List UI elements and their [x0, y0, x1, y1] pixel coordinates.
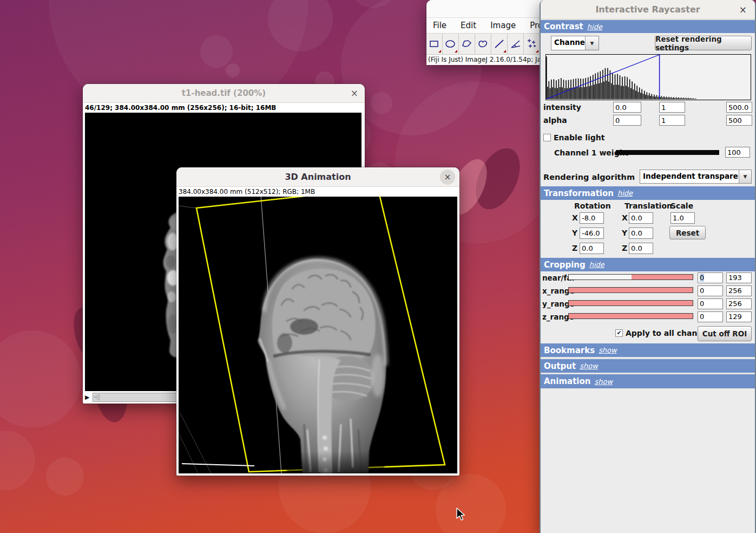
contrast-section-header: Contrast hide	[541, 20, 755, 33]
3d-animation-status: 384.00x384.00 mm (512x512); RGB; 1MB	[176, 187, 459, 197]
field-value: 193	[728, 274, 742, 282]
transformation-section-header: Transformation hide	[541, 186, 755, 200]
tool-dropdown-marker	[455, 50, 457, 53]
scrollbar-thumb-icon[interactable]: ◀	[94, 392, 100, 401]
tool-dropdown-marker	[503, 50, 506, 53]
x-range-slider[interactable]	[568, 287, 693, 293]
translation-y-label: Y	[622, 229, 627, 237]
t1-head-titlebar[interactable]: t1-head.tif (200%) ×	[83, 84, 365, 103]
output-show-link[interactable]: show	[580, 362, 598, 370]
contrast-hide-link[interactable]: hide	[587, 23, 602, 31]
volume-render-image	[179, 197, 457, 473]
animation-show-link[interactable]: show	[594, 378, 613, 386]
menu-edit[interactable]: Edit	[461, 21, 476, 30]
transformation-hide-link[interactable]: hide	[617, 189, 633, 197]
cropping-hide-link[interactable]: hide	[589, 261, 604, 269]
menu-image[interactable]: Image	[490, 21, 516, 30]
channel-select-value: Channel 1	[551, 36, 585, 50]
transfer-function-histogram[interactable]	[545, 54, 751, 100]
channel-weight-slider[interactable]	[616, 150, 719, 155]
field-value: 0	[700, 300, 704, 308]
slider-fill	[569, 314, 693, 318]
close-icon[interactable]: ×	[440, 170, 455, 185]
rotation-x-label: X	[572, 213, 578, 222]
cropping-section-header: Cropping hide	[541, 258, 755, 271]
y-range-min-field[interactable]: 0	[698, 298, 723, 309]
field-value: 0	[700, 274, 704, 282]
arrow-cursor	[456, 508, 468, 523]
rendering-algorithm-label: Rendering algorithm	[543, 173, 635, 181]
slider-fill	[632, 275, 693, 280]
bookmarks-show-link[interactable]: show	[599, 346, 617, 354]
alpha-gamma-field[interactable]	[659, 115, 685, 126]
z-range-max-field[interactable]: 129	[726, 311, 752, 322]
apply-all-channels-checkbox[interactable]: ✔	[615, 329, 623, 337]
y-range-slider[interactable]	[568, 300, 693, 306]
desktop: { "desktop": {"cursor_icon": "arrow-curs…	[0, 0, 756, 533]
z-range-slider[interactable]	[568, 313, 693, 319]
alpha-label: alpha	[543, 116, 567, 125]
near-far-slider[interactable]	[568, 274, 693, 280]
3d-animation-titlebar[interactable]: 3D Animation ×	[176, 167, 459, 187]
bookmarks-section-header: Bookmarks show	[541, 343, 755, 357]
translation-x-field[interactable]	[629, 212, 653, 224]
enable-light-label: Enable light	[554, 133, 604, 142]
reset-rendering-settings-button[interactable]: Reset rendering settings	[655, 36, 752, 50]
play-icon[interactable]: ▶	[85, 394, 93, 401]
near-far-max-field[interactable]: 193	[726, 272, 752, 283]
3d-render-canvas[interactable]	[179, 197, 457, 473]
close-icon[interactable]: ×	[351, 89, 358, 98]
z-range-min-field[interactable]: 0	[698, 311, 723, 322]
y-range-max-field[interactable]: 256	[726, 298, 752, 309]
rendering-algorithm-value: Independent transparency	[640, 170, 739, 183]
translation-column-header: Translation	[624, 202, 672, 210]
line-tool-icon[interactable]	[491, 34, 508, 54]
animation-section-header: Animation show	[541, 374, 755, 388]
rectangle-tool-icon[interactable]	[426, 34, 443, 54]
rotation-z-field[interactable]	[580, 243, 604, 254]
scale-column-header: Scale	[670, 202, 693, 210]
rotation-x-field[interactable]	[580, 212, 604, 224]
freehand-tool-icon[interactable]	[475, 34, 491, 54]
angle-tool-icon[interactable]	[508, 34, 524, 54]
alpha-min-field[interactable]	[613, 115, 641, 126]
translation-y-field[interactable]	[629, 227, 653, 239]
interactive-raycaster-panel: Interactive Raycaster × Contrast hide Ch…	[540, 0, 756, 533]
close-icon[interactable]: ×	[739, 5, 747, 14]
rendering-algorithm-select[interactable]: Independent transparency ▼	[640, 170, 752, 184]
x-range-min-field[interactable]: 0	[698, 285, 723, 296]
rotation-y-label: Y	[572, 229, 577, 237]
output-section-header: Output show	[541, 359, 755, 373]
near-far-min-field[interactable]: 0	[698, 272, 723, 283]
cut-off-roi-button[interactable]: Cut off ROI	[698, 326, 752, 341]
channel-select[interactable]: Channel 1 ▼	[551, 36, 599, 50]
slider-fill	[569, 301, 693, 306]
transformation-reset-button[interactable]: Reset	[669, 226, 706, 239]
intensity-gamma-field[interactable]	[659, 102, 685, 113]
enable-light-checkbox[interactable]	[543, 134, 551, 141]
field-value: 256	[728, 300, 742, 308]
channel-weight-field[interactable]	[725, 147, 750, 158]
intensity-min-field[interactable]	[613, 102, 641, 113]
polygon-tool-icon[interactable]	[459, 34, 475, 54]
chevron-down-icon[interactable]: ▼	[739, 170, 751, 183]
tool-dropdown-marker	[438, 50, 441, 53]
output-section-title: Output	[544, 361, 576, 371]
3d-animation-window: 3D Animation × 384.00x384.00 mm (512x512…	[176, 167, 459, 476]
rotation-column-header: Rotation	[574, 202, 611, 210]
oval-tool-icon[interactable]	[443, 34, 459, 54]
intensity-max-field[interactable]	[726, 102, 752, 113]
alpha-max-field[interactable]	[726, 115, 752, 126]
animation-section-title: Animation	[544, 376, 590, 386]
x-range-max-field[interactable]: 256	[726, 285, 752, 296]
point-tool-icon[interactable]	[524, 34, 540, 54]
raycaster-titlebar[interactable]: Interactive Raycaster ×	[541, 0, 755, 20]
t1-head-status: 46/129; 384.00x384.00 mm (256x256); 16-b…	[83, 103, 365, 113]
cropping-section-title: Cropping	[544, 260, 586, 270]
scale-field[interactable]	[670, 212, 695, 224]
rotation-y-field[interactable]	[580, 227, 604, 239]
chevron-down-icon[interactable]: ▼	[585, 36, 599, 50]
menu-file[interactable]: File	[433, 21, 446, 30]
translation-z-field[interactable]	[629, 243, 653, 254]
field-value: 0	[700, 287, 704, 295]
